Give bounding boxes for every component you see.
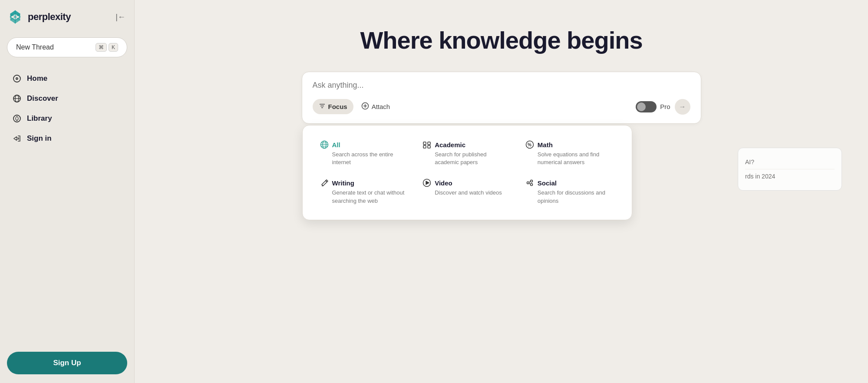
pro-label: Pro xyxy=(660,103,670,110)
writing-desc: Generate text or chat without searching … xyxy=(320,189,409,205)
focus-item-math-header: % Math xyxy=(525,140,614,149)
logo-area: perplexity |← xyxy=(7,9,127,25)
focus-item-social-header: Social xyxy=(525,178,614,187)
pro-toggle-area[interactable]: Pro xyxy=(636,101,670,112)
discover-icon xyxy=(12,94,22,103)
focus-item-video-header: Video xyxy=(422,178,512,187)
k-key: K xyxy=(109,43,118,52)
svg-rect-22 xyxy=(423,145,426,148)
collapse-sidebar-button[interactable]: |← xyxy=(114,11,127,23)
search-toolbar: Focus Attach xyxy=(313,99,690,115)
hero-title: Where knowledge begins xyxy=(360,26,642,54)
svg-line-32 xyxy=(529,182,531,183)
logo-text: perplexity xyxy=(28,11,71,23)
sidebar-item-library[interactable]: Library xyxy=(7,109,127,128)
logo-group: perplexity xyxy=(7,9,71,25)
new-thread-label: New Thread xyxy=(16,43,54,51)
cmd-key: ⌘ xyxy=(96,43,107,52)
send-button[interactable]: → xyxy=(675,99,690,115)
svg-point-30 xyxy=(530,180,532,182)
video-desc: Discover and watch videos xyxy=(422,189,512,197)
social-desc: Search for discussions and opinions xyxy=(525,189,614,205)
all-label: All xyxy=(332,141,340,149)
focus-item-social[interactable]: Social Search for discussions and opinio… xyxy=(518,172,621,211)
library-icon xyxy=(12,114,22,123)
focus-item-writing[interactable]: Writing Generate text or chat without se… xyxy=(313,172,416,211)
sidebar-item-discover-label: Discover xyxy=(27,94,58,103)
suggested-item-1: AI? xyxy=(745,155,835,169)
attach-button-label: Attach xyxy=(372,103,390,110)
signup-button[interactable]: Sign Up xyxy=(7,352,127,374)
sidebar-item-signin[interactable]: Sign in xyxy=(7,129,127,148)
sidebar-item-home[interactable]: Home xyxy=(7,69,127,88)
academic-label: Academic xyxy=(435,141,465,149)
focus-item-academic[interactable]: Academic Search for published academic p… xyxy=(416,134,518,172)
sidebar-item-home-label: Home xyxy=(27,74,47,83)
toolbar-right: Pro → xyxy=(636,99,690,115)
math-icon: % xyxy=(525,140,534,149)
nav-items: Home Discover Library xyxy=(7,69,127,148)
search-input[interactable] xyxy=(313,81,690,90)
writing-icon xyxy=(320,178,329,187)
svg-text:%: % xyxy=(528,142,531,147)
pro-toggle[interactable] xyxy=(636,101,657,112)
focus-dropdown: All Search across the entire internet Ac… xyxy=(302,125,632,220)
sidebar-item-library-label: Library xyxy=(27,114,52,123)
svg-rect-20 xyxy=(423,142,426,145)
svg-rect-21 xyxy=(428,142,430,145)
math-desc: Solve equations and find numerical answe… xyxy=(525,151,614,166)
academic-icon xyxy=(422,140,431,149)
focus-item-academic-header: Academic xyxy=(422,140,512,149)
sidebar-item-discover[interactable]: Discover xyxy=(7,89,127,108)
toolbar-left: Focus Attach xyxy=(313,99,395,115)
academic-desc: Search for published academic papers xyxy=(422,151,512,166)
signin-icon xyxy=(12,134,22,143)
svg-rect-23 xyxy=(428,145,430,148)
perplexity-logo-icon xyxy=(7,9,23,25)
keyboard-shortcut: ⌘ K xyxy=(96,43,118,52)
focus-item-all[interactable]: All Search across the entire internet xyxy=(313,134,416,172)
toggle-knob xyxy=(637,102,646,111)
svg-marker-28 xyxy=(426,181,429,185)
svg-point-29 xyxy=(527,182,529,184)
signup-label: Sign Up xyxy=(53,359,81,367)
video-label: Video xyxy=(435,179,452,187)
main-content: Where knowledge begins Focus xyxy=(135,0,868,383)
svg-point-31 xyxy=(530,184,532,186)
all-desc: Search across the entire internet xyxy=(320,151,409,166)
suggested-item-2: rds in 2024 xyxy=(745,169,835,183)
video-icon xyxy=(422,178,431,187)
math-label: Math xyxy=(538,141,553,149)
focus-filter-icon xyxy=(319,102,326,111)
home-icon xyxy=(12,74,22,83)
search-container: Focus Attach xyxy=(302,72,701,124)
send-icon: → xyxy=(679,103,686,111)
svg-line-33 xyxy=(529,184,531,185)
sidebar: perplexity |← New Thread ⌘ K Home xyxy=(0,0,135,383)
attach-icon xyxy=(361,102,369,111)
focus-item-video[interactable]: Video Discover and watch videos xyxy=(416,172,518,211)
svg-point-4 xyxy=(16,78,18,79)
social-label: Social xyxy=(538,179,557,187)
new-thread-button[interactable]: New Thread ⌘ K xyxy=(7,37,127,57)
collapse-icon: |← xyxy=(116,13,125,22)
writing-label: Writing xyxy=(332,179,354,187)
svg-point-3 xyxy=(13,75,20,82)
all-globe-icon xyxy=(320,140,329,149)
focus-button-label: Focus xyxy=(328,103,347,110)
attach-button[interactable]: Attach xyxy=(357,99,395,115)
social-icon xyxy=(525,178,534,187)
focus-item-writing-header: Writing xyxy=(320,178,409,187)
focus-item-all-header: All xyxy=(320,140,409,149)
sidebar-item-signin-label: Sign in xyxy=(27,134,52,143)
focus-item-math[interactable]: % Math Solve equations and find numerica… xyxy=(518,134,621,172)
suggested-panel: AI? rds in 2024 xyxy=(738,148,842,191)
focus-button[interactable]: Focus xyxy=(313,99,353,114)
